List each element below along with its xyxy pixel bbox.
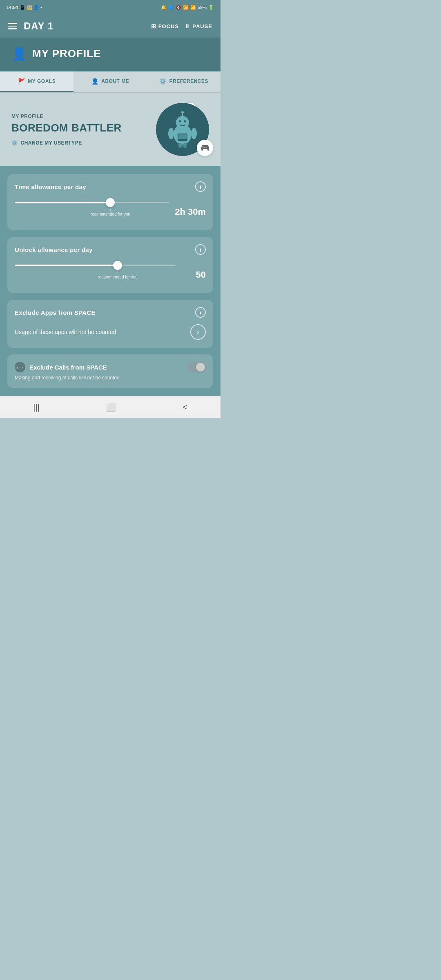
focus-icon: ⊞ xyxy=(151,23,156,29)
home-icon: ⬜ xyxy=(106,403,116,412)
profile-card-info: MY PROFILE BOREDOM BATTLER ⚙️ CHANGE MY … xyxy=(11,114,122,146)
battery-icon: 🔋 xyxy=(208,5,214,10)
svg-rect-8 xyxy=(178,143,182,148)
tab-prefs-label: PREFERENCES xyxy=(169,78,208,84)
gear-icon: ⚙️ xyxy=(11,140,18,146)
gamepad-icon: 🎮 xyxy=(200,143,209,152)
exclude-apps-card: Exclude Apps from SPACE i Usage of these… xyxy=(7,300,213,348)
exclude-apps-title: Exclude Apps from SPACE xyxy=(15,309,96,316)
pro-badge: pro xyxy=(15,362,25,372)
svg-rect-7 xyxy=(178,134,187,139)
back-button[interactable]: < xyxy=(183,403,187,412)
menu-button[interactable] xyxy=(8,23,17,29)
status-bar: 14:54 📱 🖼️ 👤 • 🔔 🔷 🔇 📶 📶 59% 🔋 xyxy=(0,0,220,15)
tab-goals-label: MY GOALS xyxy=(28,78,56,84)
profile-sublabel: MY PROFILE xyxy=(11,114,122,119)
status-icons: 📱 🖼️ 👤 • xyxy=(20,5,42,10)
time-recommended-label: recommended for you xyxy=(91,212,130,216)
svg-point-1 xyxy=(176,116,189,129)
unlock-arrow-up: ↑ xyxy=(117,270,119,275)
exclude-calls-toggle[interactable] xyxy=(187,362,206,372)
exclude-apps-arrow-button[interactable]: › xyxy=(190,324,206,340)
slider-arrow-up: ↑ xyxy=(109,207,111,212)
focus-button[interactable]: ⊞ FOCUS xyxy=(151,23,179,29)
change-usertype-button[interactable]: ⚙️ CHANGE MY USERTYPE xyxy=(11,140,122,146)
pause-label: PAUSE xyxy=(192,23,212,29)
usertype-title: BOREDOM BATTLER xyxy=(11,122,122,134)
unlock-allowance-value: 50 xyxy=(181,270,206,280)
main-content: Time allowance per day i ↑ recommended f… xyxy=(0,166,220,396)
exclude-apps-subtitle: Usage of these apps will not be counted xyxy=(15,329,116,335)
time-allowance-slider-row: ↑ recommended for you 2h 30m xyxy=(15,202,206,222)
pause-button[interactable]: ⏸ PAUSE xyxy=(185,23,212,29)
signal-icon: 📶 xyxy=(190,5,196,10)
svg-rect-9 xyxy=(183,143,187,148)
about-icon: 👤 xyxy=(91,78,99,85)
recent-apps-button[interactable]: ||| xyxy=(33,403,40,412)
unlock-allowance-info-button[interactable]: i xyxy=(195,244,206,255)
unlock-recommended-label: recommended for you xyxy=(98,275,138,279)
slider-fill xyxy=(15,202,110,203)
slider-thumb[interactable] xyxy=(106,198,115,207)
nav-left: DAY 1 xyxy=(8,20,53,32)
gamepad-button[interactable]: 🎮 xyxy=(197,140,213,156)
exclude-calls-card: pro Exclude Calls from SPACE Making and … xyxy=(7,354,213,388)
time-allowance-value: 2h 30m xyxy=(175,207,206,217)
bluetooth-icon: 🔷 xyxy=(168,5,174,10)
unlock-slider-thumb[interactable] xyxy=(113,261,122,270)
tab-about-me[interactable]: 👤 ABOUT ME xyxy=(74,71,147,92)
back-icon: < xyxy=(183,403,187,412)
svg-point-4 xyxy=(168,128,174,139)
prefs-icon: ⚙️ xyxy=(159,78,167,85)
svg-point-3 xyxy=(184,120,186,122)
mute-icon: 🔇 xyxy=(176,5,181,10)
toggle-thumb xyxy=(196,363,205,372)
unlock-allowance-slider[interactable]: ↑ recommended for you xyxy=(15,265,176,285)
unlock-allowance-title: Unlock allowance per day xyxy=(15,246,93,253)
tab-preferences[interactable]: ⚙️ PREFERENCES xyxy=(147,71,220,92)
exclude-calls-header: pro Exclude Calls from SPACE xyxy=(15,362,206,372)
status-right: 🔔 🔷 🔇 📶 📶 59% 🔋 xyxy=(161,5,214,10)
exclude-calls-title: Exclude Calls from SPACE xyxy=(29,364,107,371)
exclude-apps-header: Exclude Apps from SPACE i xyxy=(15,307,206,318)
time-allowance-title: Time allowance per day xyxy=(15,183,86,190)
calls-left: pro Exclude Calls from SPACE xyxy=(15,362,107,372)
unlock-allowance-header: Unlock allowance per day i xyxy=(15,244,206,255)
pause-icon: ⏸ xyxy=(185,23,190,29)
alarm-icon: 🔔 xyxy=(161,5,167,10)
profile-header: 👤 MY PROFILE xyxy=(0,38,220,71)
time-allowance-info-button[interactable]: i xyxy=(195,181,206,192)
time-allowance-slider[interactable]: ↑ recommended for you xyxy=(15,202,169,222)
recent-apps-icon: ||| xyxy=(33,403,40,412)
exclude-apps-info-button[interactable]: i xyxy=(195,307,206,318)
tab-my-goals[interactable]: 🚩 MY GOALS xyxy=(0,71,74,92)
profile-card: MY PROFILE BOREDOM BATTLER ⚙️ CHANGE MY … xyxy=(0,93,220,166)
svg-point-5 xyxy=(191,128,197,139)
toggle-track xyxy=(187,362,206,372)
slider-track xyxy=(15,202,169,203)
profile-character: ▶ xyxy=(156,103,209,156)
exclude-calls-subtitle: Making and receiving of calls will not b… xyxy=(15,375,206,381)
focus-label: FOCUS xyxy=(158,23,179,29)
change-usertype-label: CHANGE MY USERTYPE xyxy=(21,140,82,146)
profile-header-title: MY PROFILE xyxy=(32,47,101,60)
unlock-allowance-card: Unlock allowance per day i ↑ recommended… xyxy=(7,237,213,293)
goals-icon: 🚩 xyxy=(18,78,25,85)
time-allowance-header: Time allowance per day i xyxy=(15,181,206,192)
status-time: 14:54 xyxy=(7,5,18,10)
time-allowance-card: Time allowance per day i ↑ recommended f… xyxy=(7,174,213,230)
svg-point-11 xyxy=(181,111,184,114)
status-left: 14:54 📱 🖼️ 👤 • xyxy=(7,5,42,10)
unlock-slider-fill xyxy=(15,265,118,266)
page-title: DAY 1 xyxy=(24,20,53,32)
profile-icon: 👤 xyxy=(11,47,27,61)
character-svg xyxy=(162,109,203,150)
home-button[interactable]: ⬜ xyxy=(106,402,116,412)
svg-point-2 xyxy=(179,120,181,122)
bottom-nav: ||| ⬜ < xyxy=(0,396,220,418)
tabs-bar: 🚩 MY GOALS 👤 ABOUT ME ⚙️ PREFERENCES xyxy=(0,71,220,93)
unlock-allowance-slider-row: ↑ recommended for you 50 xyxy=(15,265,206,285)
nav-right: ⊞ FOCUS ⏸ PAUSE xyxy=(151,23,212,29)
wifi-icon: 📶 xyxy=(183,5,189,10)
pro-label: pro xyxy=(18,365,23,369)
